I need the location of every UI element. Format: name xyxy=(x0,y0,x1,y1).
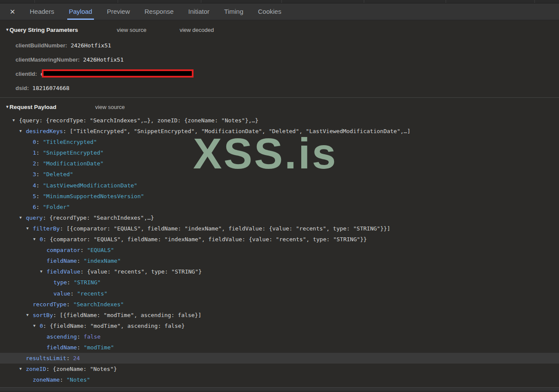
column-divider xyxy=(446,0,446,3)
tree-value: : xyxy=(36,193,43,199)
tab-payload[interactable]: Payload xyxy=(67,3,94,20)
tree-row[interactable]: recordType: "SearchIndexes" xyxy=(0,299,559,310)
payload-panel: ▼ Query String Parameters view source vi… xyxy=(0,20,559,392)
tree-key: ascending xyxy=(47,333,77,340)
tree-row[interactable]: ▼desiredKeys: ["TitleEncrypted", "Snippe… xyxy=(0,126,559,137)
expand-arrow-icon[interactable]: ▼ xyxy=(26,223,28,234)
tree-key: 1 xyxy=(33,149,36,156)
tree-value: : xyxy=(36,204,43,210)
tree-row[interactable]: ▼query: {recordType: "SearchIndexes",…} xyxy=(0,212,559,223)
tree-key: value xyxy=(53,290,70,297)
tree-row[interactable]: 3: "Deleted" xyxy=(0,169,559,180)
tree-key: sortBy xyxy=(33,312,53,318)
query-string-section-title[interactable]: Query String Parameters xyxy=(9,27,78,33)
tree-value: : xyxy=(70,290,77,297)
tree-value: : xyxy=(36,160,43,167)
tree-value: : {comparator: "EQUALS", fieldName: "ind… xyxy=(43,236,367,243)
tree-row[interactable]: ▼0: {comparator: "EQUALS", fieldName: "i… xyxy=(0,234,559,245)
view-decoded-link[interactable]: view decoded xyxy=(180,27,214,33)
tab-headers[interactable]: Headers xyxy=(28,3,56,20)
param-value: 2426Hotfix51 xyxy=(83,56,124,63)
tab-initiator[interactable]: Initiator xyxy=(187,3,211,20)
query-string-section-header: ▼ Query String Parameters view source vi… xyxy=(0,20,559,35)
expand-arrow-icon[interactable]: ▼ xyxy=(33,320,35,331)
tree-row[interactable]: ▼{query: {recordType: "SearchIndexes",…}… xyxy=(0,115,559,126)
tree-row[interactable]: value: "recents" xyxy=(0,288,559,299)
tree-row[interactable]: 5: "MinimumSupportedNotesVersion" xyxy=(0,191,559,202)
tree-row[interactable]: ▼0: {fieldName: "modTime", ascending: fa… xyxy=(0,320,559,331)
tree-value: "ModificationDate" xyxy=(43,160,103,167)
tab-response[interactable]: Response xyxy=(143,3,175,20)
view-source-link[interactable]: view source xyxy=(95,104,125,110)
query-param-row: clientId:c xyxy=(0,66,559,81)
tree-value: "Notes" xyxy=(66,376,90,383)
close-icon[interactable]: ✕ xyxy=(8,3,17,20)
collapse-caret-icon[interactable]: ▼ xyxy=(5,105,9,109)
tree-row[interactable]: fieldName: "indexName" xyxy=(0,255,559,266)
expand-arrow-icon[interactable]: ▼ xyxy=(40,266,42,277)
view-source-link[interactable]: view source xyxy=(117,27,147,33)
tree-row[interactable]: ▼sortBy: [{fieldName: "modTime", ascendi… xyxy=(0,310,559,320)
tab-timing[interactable]: Timing xyxy=(222,3,245,20)
param-key: clientBuildNumber: xyxy=(16,42,67,49)
expand-arrow-icon[interactable]: ▼ xyxy=(12,115,15,126)
column-divider xyxy=(534,0,535,3)
tree-value: : xyxy=(77,258,84,264)
tree-row[interactable]: resultsLimit: 24 xyxy=(0,353,559,364)
tree-row[interactable]: comparator: "EQUALS" xyxy=(0,245,559,255)
tree-value: "indexName" xyxy=(84,258,121,264)
tree-value: "EQUALS" xyxy=(87,247,114,253)
tree-value: : xyxy=(80,247,87,253)
expand-arrow-icon[interactable]: ▼ xyxy=(19,126,22,137)
query-param-row: dsid:18216074668 xyxy=(0,81,559,95)
tree-value: "Folder" xyxy=(43,204,70,210)
tree-row[interactable]: 4: "LastViewedModificationDate" xyxy=(0,180,559,191)
tree-value: : ["TitleEncrypted", "SnippetEncrypted",… xyxy=(63,128,410,134)
expand-arrow-icon[interactable]: ▼ xyxy=(19,364,22,374)
tree-key: fieldValue xyxy=(47,268,80,275)
tree-key: type xyxy=(53,279,67,286)
tree-key: 6 xyxy=(33,204,36,210)
tree-key: 5 xyxy=(33,193,36,199)
tree-row[interactable]: 0: "TitleEncrypted" xyxy=(0,137,559,147)
tree-value: : xyxy=(66,355,73,361)
tab-preview[interactable]: Preview xyxy=(105,3,131,20)
tree-value: : {fieldName: "modTime", ascending: fals… xyxy=(43,323,185,329)
tree-row[interactable]: type: "STRING" xyxy=(0,277,559,288)
tree-row[interactable]: 6: "Folder" xyxy=(0,202,559,212)
tree-value: : xyxy=(77,344,84,351)
tree-row[interactable]: 2: "ModificationDate" xyxy=(0,158,559,169)
tree-value: "SnippetEncrypted" xyxy=(43,149,103,156)
tree-key: comparator xyxy=(47,247,80,253)
tree-value: : {value: "recents", type: "STRING"} xyxy=(80,268,202,275)
tree-value: "MinimumSupportedNotesVersion" xyxy=(43,193,144,199)
tree-value: : xyxy=(36,171,43,177)
expand-arrow-icon[interactable]: ▼ xyxy=(26,310,28,320)
tree-value: : xyxy=(36,139,43,145)
expand-arrow-icon[interactable]: ▼ xyxy=(19,212,22,223)
tree-value: : [{comparator: "EQUALS", fieldName: "in… xyxy=(60,225,390,232)
tree-key: desiredKeys xyxy=(26,128,63,134)
tab-cookies[interactable]: Cookies xyxy=(256,3,283,20)
request-payload-section-title[interactable]: Request Payload xyxy=(9,104,56,110)
tree-row[interactable]: ▼fieldValue: {value: "recents", type: "S… xyxy=(0,266,559,277)
tree-row[interactable]: zoneName: "Notes" xyxy=(0,374,559,385)
tree-row[interactable]: ▼zoneID: {zoneName: "Notes"} xyxy=(0,364,559,374)
network-table-edge xyxy=(0,0,559,3)
tree-key: 0 xyxy=(40,236,43,243)
param-value: 2426Hotfix51 xyxy=(71,42,111,49)
query-param-row: clientBuildNumber:2426Hotfix51 xyxy=(0,38,559,52)
column-divider xyxy=(118,0,118,3)
tree-key: fieldName xyxy=(47,258,77,264)
tree-row[interactable]: ascending: false xyxy=(0,331,559,342)
tree-row[interactable]: 1: "SnippetEncrypted" xyxy=(0,147,559,158)
query-param-row: clientMasteringNumber:2426Hotfix51 xyxy=(0,52,559,66)
tree-value: "recents" xyxy=(77,290,107,297)
tree-value: "modTime" xyxy=(84,344,114,351)
tree-key: filterBy xyxy=(33,225,60,232)
collapse-caret-icon[interactable]: ▼ xyxy=(5,28,9,32)
tree-value: : xyxy=(67,279,74,286)
tree-row[interactable]: fieldName: "modTime" xyxy=(0,342,559,353)
tree-row[interactable]: ▼filterBy: [{comparator: "EQUALS", field… xyxy=(0,223,559,234)
expand-arrow-icon[interactable]: ▼ xyxy=(33,234,35,245)
